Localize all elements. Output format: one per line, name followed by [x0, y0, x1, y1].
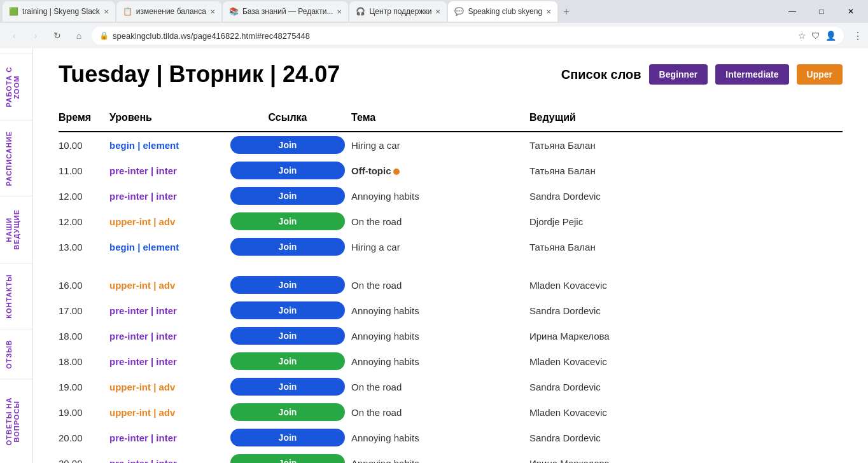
sidebar-item-zoom[interactable]: РАБОТА С ZOOM [0, 53, 32, 120]
sidebar: РАБОТА С ZOOM РАСПИСАНИЕ НАШИ ВЕДУЩИЕ КО… [0, 48, 33, 463]
profile-icon[interactable]: 👤 [825, 31, 836, 41]
reload-button[interactable]: ↻ [48, 27, 66, 45]
join-button[interactable]: Join [230, 136, 345, 154]
tab-knowledge-close[interactable]: ✕ [337, 8, 342, 15]
minimize-button[interactable]: — [778, 0, 807, 23]
cell-link: Join [224, 183, 351, 209]
tab-knowledge[interactable]: 📚 База знаний — Редакти... ✕ [223, 1, 349, 22]
join-button[interactable]: Join [230, 187, 345, 205]
tab-support-close[interactable]: ✕ [435, 8, 440, 15]
table-row: 16.00upper-int | advJoinOn the roadMlade… [59, 272, 843, 298]
tab-speaking-close[interactable]: ✕ [546, 8, 551, 15]
cell-level: upper-int | adv [109, 374, 224, 399]
join-button[interactable]: Join [230, 429, 345, 446]
sidebar-item-review[interactable]: ОТЗЫВ [0, 329, 32, 379]
lock-icon: 🔒 [99, 31, 109, 40]
tab-speaking-label: Speaking club skyeng [468, 7, 542, 16]
tab-knowledge-icon: 📚 [229, 7, 239, 16]
table-row: 20.00pre-inter | interJoinAnnoying habit… [59, 425, 843, 450]
beginner-button[interactable]: Beginner [649, 64, 708, 85]
join-button[interactable]: Join [230, 352, 345, 370]
cell-link: Join [224, 132, 351, 158]
sidebar-item-hosts[interactable]: НАШИ ВЕДУЩИЕ [0, 196, 32, 263]
tab-spreadsheet-close[interactable]: ✕ [104, 8, 109, 15]
tab-spreadsheet-icon: 🟩 [9, 7, 18, 16]
topic-text: Hiring a car [351, 140, 400, 151]
intermediate-button[interactable]: Intermediate [715, 64, 788, 85]
col-header-host: Ведущий [529, 107, 843, 132]
cell-host: Djordje Pejic [529, 209, 843, 234]
tab-spreadsheet[interactable]: 🟩 training | Skyeng Slack ✕ [3, 1, 115, 22]
cell-host: Sandra Dordevic [529, 183, 843, 209]
url-bar[interactable]: 🔒 speakingclub.tilda.ws/page416822.html#… [92, 27, 844, 45]
cell-host: Sandra Dordevic [529, 298, 843, 323]
join-button[interactable]: Join [230, 327, 345, 345]
tab-balance-close[interactable]: ✕ [210, 8, 215, 15]
join-button[interactable]: Join [230, 162, 345, 179]
cell-host: Татьяна Балан [529, 132, 843, 158]
join-button[interactable]: Join [230, 212, 345, 230]
maximize-button[interactable]: □ [807, 0, 836, 23]
cell-topic: On the road [351, 209, 529, 234]
table-row: 11.00pre-inter | interJoinOff-topicТатья… [59, 158, 843, 183]
table-row: 19.00upper-int | advJoinOn the roadMlade… [59, 399, 843, 425]
cell-level: upper-int | adv [109, 209, 224, 234]
sidebar-item-contacts[interactable]: КОНТАКТЫ [0, 263, 32, 329]
close-button[interactable]: ✕ [836, 0, 865, 23]
tab-support[interactable]: 🎧 Центр поддержки ✕ [349, 1, 447, 22]
cell-topic: On the road [351, 399, 529, 425]
join-button[interactable]: Join [230, 378, 345, 396]
back-button[interactable]: ‹ [5, 27, 23, 45]
url-icons: ☆ 🛡 👤 [798, 31, 836, 41]
cell-level: pre-inter | inter [109, 158, 224, 183]
cell-level: pre-inter | inter [109, 450, 224, 463]
tab-speaking[interactable]: 💬 Speaking club skyeng ✕ [448, 1, 557, 22]
cell-level: begin | element [109, 234, 224, 259]
col-header-level: Уровень [109, 107, 224, 132]
bookmark-icon[interactable]: ☆ [798, 31, 806, 41]
topic-text: Annoying habits [351, 432, 419, 443]
cell-topic: Annoying habits [351, 450, 529, 463]
cell-host: Татьяна Балан [529, 158, 843, 183]
join-button[interactable]: Join [230, 301, 345, 319]
cell-topic: Annoying habits [351, 425, 529, 450]
table-row: 10.00begin | elementJoinHiring a carТать… [59, 132, 843, 158]
cell-host: Ирина Маркелова [529, 450, 843, 463]
forward-button[interactable]: › [27, 27, 45, 45]
tab-balance[interactable]: 📋 изменение баланса ✕ [116, 1, 221, 22]
sidebar-item-schedule[interactable]: РАСПИСАНИЕ [0, 120, 32, 197]
cell-host: Mladen Kovacevic [529, 399, 843, 425]
join-button[interactable]: Join [230, 403, 345, 421]
cell-level: begin | element [109, 132, 224, 158]
table-row: 20.00pre-inter | interJoinAnnoying habit… [59, 450, 843, 463]
cell-time: 16.00 [59, 272, 109, 298]
table-row: 18.00pre-inter | interJoinAnnoying habit… [59, 349, 843, 374]
header-right: Список слов Beginner Intermediate Upper [561, 64, 843, 85]
cell-topic: Hiring a car [351, 132, 529, 158]
extensions-icon[interactable]: ⋮ [853, 30, 863, 42]
main-content: Tuesday | Вторник | 24.07 Список слов Be… [33, 48, 868, 463]
cell-time: 13.00 [59, 234, 109, 259]
tab-bar: 🟩 training | Skyeng Slack ✕ 📋 изменение … [0, 0, 868, 23]
cell-host: Sandra Dordevic [529, 374, 843, 399]
topic-text: Off-topic [351, 165, 391, 176]
topic-text: Annoying habits [351, 305, 419, 316]
cell-topic: Annoying habits [351, 183, 529, 209]
table-row: 18.00pre-inter | interJoinAnnoying habit… [59, 323, 843, 349]
col-header-link: Ссылка [224, 107, 351, 132]
new-tab-button[interactable]: ＋ [561, 5, 571, 18]
upper-button[interactable]: Upper [797, 64, 843, 85]
cell-link: Join [224, 158, 351, 183]
tab-support-icon: 🎧 [356, 7, 365, 16]
cell-time: 20.00 [59, 425, 109, 450]
home-button[interactable]: ⌂ [70, 27, 88, 45]
shield-icon[interactable]: 🛡 [811, 31, 820, 41]
cell-level: pre-inter | inter [109, 349, 224, 374]
topic-text: On the road [351, 382, 402, 392]
join-button[interactable]: Join [230, 276, 345, 294]
join-button[interactable]: Join [230, 454, 345, 463]
join-button[interactable]: Join [230, 238, 345, 256]
cell-link: Join [224, 298, 351, 323]
sidebar-item-answers[interactable]: ОТВЕТЫ НА ВОПРОСЫ [0, 379, 32, 464]
level-text: upper-int | adv [109, 407, 175, 418]
